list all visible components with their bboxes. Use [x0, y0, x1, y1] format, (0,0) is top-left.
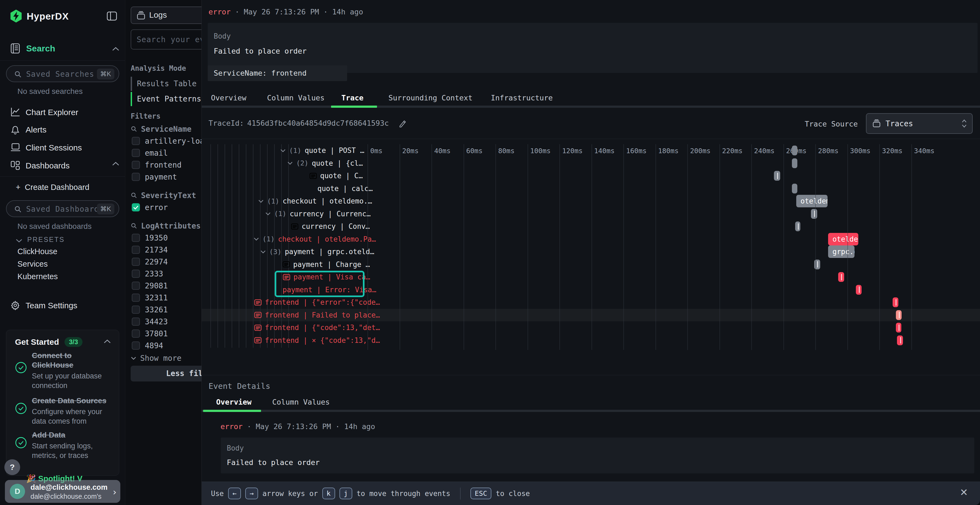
- chevron-up-icon[interactable]: [104, 339, 111, 344]
- filter-option[interactable]: 21734: [130, 244, 202, 256]
- sidebar-item-client-sessions[interactable]: Client Sessions: [0, 140, 125, 156]
- checkbox[interactable]: [132, 258, 140, 266]
- checkbox[interactable]: [132, 137, 140, 145]
- trace-span-row[interactable]: (1)checkout | oteldemo.…: [258, 195, 372, 207]
- tab-infrastructure[interactable]: Infrastructure: [491, 94, 553, 102]
- trace-span-row[interactable]: currency | Conv…: [291, 220, 370, 233]
- event-details-tab-overview[interactable]: Overview: [216, 398, 251, 406]
- filter-option[interactable]: 29081: [130, 280, 202, 292]
- create-dashboard-button[interactable]: + Create Dashboard: [16, 183, 89, 192]
- chevron-down-icon[interactable]: [260, 250, 266, 254]
- checkbox[interactable]: [132, 173, 140, 181]
- sidebar-item-dashboards[interactable]: Dashboards: [0, 158, 125, 173]
- checkbox[interactable]: [132, 306, 140, 314]
- filter-option[interactable]: 32311: [130, 292, 202, 304]
- span-duration-bar[interactable]: [792, 158, 797, 168]
- span-duration-bar[interactable]: [896, 323, 901, 332]
- checkbox[interactable]: [132, 318, 140, 326]
- key-arrow-left[interactable]: ←: [228, 488, 241, 499]
- selected-spans-outline[interactable]: [275, 271, 364, 297]
- key-esc[interactable]: ESC: [470, 488, 492, 499]
- event-details-tab-column-values[interactable]: Column Values: [272, 398, 330, 406]
- chevron-down-icon[interactable]: [265, 212, 271, 216]
- key-j[interactable]: j: [339, 488, 352, 499]
- checkbox[interactable]: [132, 270, 140, 278]
- sidebar-collapse-icon[interactable]: [107, 11, 117, 21]
- trace-span-row[interactable]: frontend | {"code":13,"det…: [254, 321, 380, 334]
- trace-span-row[interactable]: (1)currency | Currenc…: [265, 208, 371, 220]
- trace-span-row[interactable]: (3)payment | grpc.oteld…: [260, 245, 374, 258]
- trace-span-row[interactable]: frontend | Failed to place…: [254, 309, 380, 321]
- span-duration-bar[interactable]: [896, 310, 902, 320]
- trace-source-select[interactable]: Traces: [866, 113, 973, 134]
- filter-option[interactable]: 33261: [130, 304, 202, 316]
- preset-item-clickhouse[interactable]: ClickHouse: [18, 247, 57, 256]
- trace-span-row[interactable]: (1)quote | POST …: [280, 144, 364, 157]
- edit-icon[interactable]: [399, 119, 407, 127]
- chevron-up-icon[interactable]: [112, 162, 119, 166]
- filter-option[interactable]: 4894: [130, 340, 202, 351]
- span-duration-bar[interactable]: [897, 335, 903, 345]
- checkbox[interactable]: [132, 329, 140, 338]
- trace-span-row[interactable]: payment | Charge …: [283, 258, 370, 271]
- sidebar-item-alerts[interactable]: Alerts: [0, 122, 125, 138]
- checkbox[interactable]: [132, 246, 140, 254]
- chevron-down-icon[interactable]: [287, 161, 293, 165]
- key-k[interactable]: k: [322, 488, 335, 499]
- span-duration-bar[interactable]: [792, 184, 797, 194]
- span-duration-bar[interactable]: [892, 297, 898, 307]
- checkbox[interactable]: [132, 161, 140, 169]
- trace-span-row[interactable]: (1)checkout | oteldemo.Pa…: [253, 233, 376, 245]
- filter-option[interactable]: 34423: [130, 316, 202, 327]
- key-arrow-right[interactable]: →: [245, 488, 258, 499]
- filter-option[interactable]: 2333: [130, 268, 202, 280]
- show-more-button[interactable]: Show more: [130, 351, 202, 365]
- span-duration-bar[interactable]: [792, 146, 797, 156]
- tab-overview[interactable]: Overview: [211, 94, 247, 102]
- filter-option[interactable]: error: [130, 201, 202, 213]
- less-filters-button[interactable]: Less fil: [130, 366, 202, 381]
- trace-span-row[interactable]: quote | C…: [310, 170, 363, 182]
- trace-span-row[interactable]: (2)quote | {cl…: [287, 157, 363, 170]
- sidebar-item-team-settings[interactable]: Team Settings: [0, 298, 125, 313]
- mode-event-patterns[interactable]: Event Patterns: [130, 92, 202, 106]
- tab-trace[interactable]: Trace: [341, 94, 363, 102]
- sidebar-section-search[interactable]: Search: [0, 41, 125, 58]
- trace-span-row[interactable]: frontend | × {"code":13,"d…: [254, 334, 380, 347]
- span-duration-bar[interactable]: oteldem: [796, 195, 827, 207]
- tab-column-values[interactable]: Column Values: [267, 94, 325, 102]
- checkbox[interactable]: [132, 203, 140, 211]
- filter-option[interactable]: 22974: [130, 256, 202, 268]
- saved-dashboards-input[interactable]: Saved Dashboards ⌘K: [6, 200, 119, 217]
- presets-toggle[interactable]: PRESETS: [16, 236, 65, 243]
- span-duration-bar[interactable]: [774, 171, 780, 181]
- filter-option[interactable]: artillery-loa: [130, 135, 202, 147]
- help-button[interactable]: ?: [4, 459, 20, 475]
- checkbox[interactable]: [132, 341, 140, 349]
- preset-item-kubernetes[interactable]: Kubernetes: [18, 272, 58, 281]
- filter-option[interactable]: 19350: [130, 232, 202, 244]
- span-duration-bar[interactable]: [795, 221, 800, 231]
- filter-option[interactable]: payment: [130, 171, 202, 183]
- sidebar-item-chart-explorer[interactable]: Chart Explorer: [0, 105, 125, 120]
- chevron-down-icon[interactable]: [258, 199, 264, 203]
- span-duration-bar[interactable]: [856, 285, 862, 295]
- chevron-down-icon[interactable]: [280, 149, 286, 152]
- span-duration-bar[interactable]: [811, 209, 817, 219]
- span-duration-bar[interactable]: grpc.o: [828, 245, 854, 258]
- filter-option[interactable]: email: [130, 147, 202, 159]
- checkbox[interactable]: [132, 234, 140, 242]
- checkbox[interactable]: [132, 294, 140, 302]
- source-select-button[interactable]: Logs: [130, 6, 202, 24]
- checkbox[interactable]: [132, 282, 140, 290]
- preset-item-services[interactable]: Services: [18, 260, 48, 268]
- service-name-tag[interactable]: ServiceName: frontend: [208, 65, 347, 81]
- span-duration-bar[interactable]: [838, 272, 844, 282]
- event-search-input[interactable]: [130, 29, 202, 49]
- trace-span-row[interactable]: frontend | {"error":{"code…: [254, 296, 380, 308]
- tab-surrounding-context[interactable]: Surrounding Context: [388, 94, 473, 102]
- chevron-down-icon[interactable]: [253, 237, 259, 241]
- saved-searches-input[interactable]: Saved Searches ⌘K: [6, 65, 119, 82]
- close-icon[interactable]: ✕: [960, 488, 968, 497]
- checkbox[interactable]: [132, 149, 140, 157]
